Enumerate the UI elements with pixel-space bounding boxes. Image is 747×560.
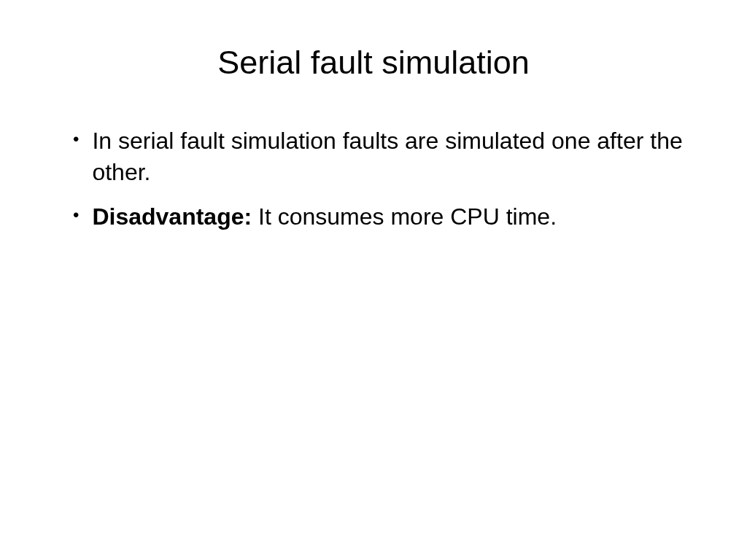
bullet-text: Disadvantage: It consumes more CPU time. xyxy=(92,201,689,233)
bullet-bold-prefix: Disadvantage: xyxy=(92,203,252,230)
bullet-item: • Disadvantage: It consumes more CPU tim… xyxy=(73,201,689,233)
slide-title: Serial fault simulation xyxy=(58,44,689,82)
bullet-marker-icon: • xyxy=(73,201,79,229)
bullet-rest: It consumes more CPU time. xyxy=(252,203,557,230)
bullet-item: • In serial fault simulation faults are … xyxy=(73,125,689,188)
bullet-text: In serial fault simulation faults are si… xyxy=(92,125,689,188)
slide-container: Serial fault simulation • In serial faul… xyxy=(0,0,747,560)
bullet-marker-icon: • xyxy=(73,125,79,153)
slide-content: • In serial fault simulation faults are … xyxy=(58,125,689,233)
